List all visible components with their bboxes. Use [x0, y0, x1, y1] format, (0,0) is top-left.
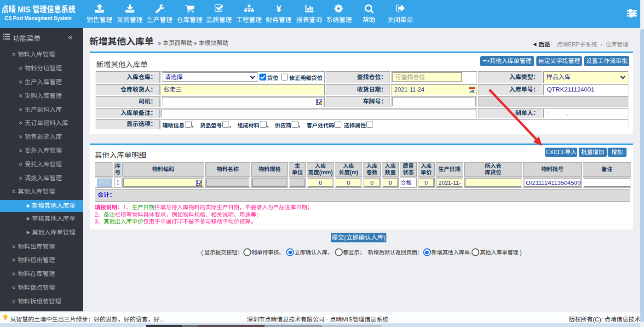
svg-text:15: 15: [470, 89, 474, 93]
